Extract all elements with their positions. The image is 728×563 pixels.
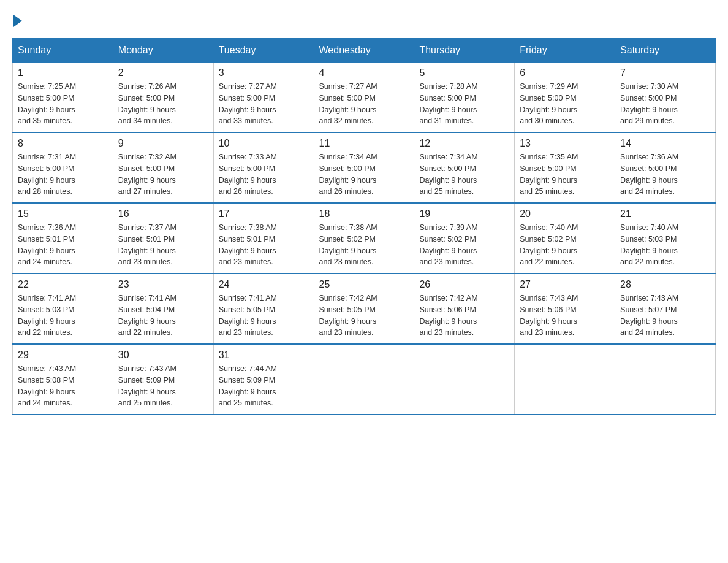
day-info: Sunrise: 7:41 AMSunset: 5:04 PMDaylight:… (118, 294, 176, 337)
day-number: 21 (620, 209, 710, 220)
day-info: Sunrise: 7:42 AMSunset: 5:05 PMDaylight:… (319, 294, 377, 337)
day-info: Sunrise: 7:43 AMSunset: 5:08 PMDaylight:… (18, 364, 76, 407)
calendar-header-row: SundayMondayTuesdayWednesdayThursdayFrid… (13, 39, 716, 63)
day-number: 17 (219, 209, 309, 220)
calendar-cell: 25 Sunrise: 7:42 AMSunset: 5:05 PMDaylig… (314, 274, 414, 344)
day-info: Sunrise: 7:32 AMSunset: 5:00 PMDaylight:… (118, 153, 176, 196)
day-info: Sunrise: 7:41 AMSunset: 5:05 PMDaylight:… (219, 294, 277, 337)
day-info: Sunrise: 7:43 AMSunset: 5:06 PMDaylight:… (520, 294, 578, 337)
calendar-cell: 5 Sunrise: 7:28 AMSunset: 5:00 PMDayligh… (414, 63, 515, 133)
calendar-cell: 1 Sunrise: 7:25 AMSunset: 5:00 PMDayligh… (13, 63, 113, 133)
calendar-cell: 3 Sunrise: 7:27 AMSunset: 5:00 PMDayligh… (213, 63, 314, 133)
column-header-friday: Friday (515, 39, 615, 63)
day-info: Sunrise: 7:30 AMSunset: 5:00 PMDaylight:… (620, 82, 678, 125)
calendar-cell: 27 Sunrise: 7:43 AMSunset: 5:06 PMDaylig… (515, 274, 615, 344)
calendar-cell: 9 Sunrise: 7:32 AMSunset: 5:00 PMDayligh… (113, 132, 213, 203)
day-info: Sunrise: 7:38 AMSunset: 5:02 PMDaylight:… (319, 223, 377, 266)
calendar-cell: 11 Sunrise: 7:34 AMSunset: 5:00 PMDaylig… (314, 132, 414, 203)
calendar-cell: 14 Sunrise: 7:36 AMSunset: 5:00 PMDaylig… (615, 132, 716, 203)
day-number: 22 (18, 279, 108, 290)
day-info: Sunrise: 7:35 AMSunset: 5:00 PMDaylight:… (520, 153, 578, 196)
calendar-cell: 28 Sunrise: 7:43 AMSunset: 5:07 PMDaylig… (615, 274, 716, 344)
day-info: Sunrise: 7:37 AMSunset: 5:01 PMDaylight:… (118, 223, 176, 266)
day-number: 24 (219, 279, 309, 290)
day-number: 7 (620, 67, 710, 79)
day-number: 30 (118, 350, 208, 361)
calendar-cell: 26 Sunrise: 7:42 AMSunset: 5:06 PMDaylig… (414, 274, 515, 344)
column-header-thursday: Thursday (414, 39, 515, 63)
day-number: 20 (520, 209, 610, 220)
calendar-cell: 19 Sunrise: 7:39 AMSunset: 5:02 PMDaylig… (414, 203, 515, 274)
day-number: 25 (319, 279, 409, 290)
calendar-cell: 21 Sunrise: 7:40 AMSunset: 5:03 PMDaylig… (615, 203, 716, 274)
day-number: 23 (118, 279, 208, 290)
day-number: 6 (520, 67, 610, 79)
calendar-cell (615, 344, 716, 415)
day-info: Sunrise: 7:33 AMSunset: 5:00 PMDaylight:… (219, 153, 277, 196)
day-number: 27 (520, 279, 610, 290)
day-number: 14 (620, 138, 710, 149)
column-header-saturday: Saturday (615, 39, 716, 63)
calendar-week-row: 1 Sunrise: 7:25 AMSunset: 5:00 PMDayligh… (13, 63, 716, 133)
page-header (12, 12, 716, 26)
calendar-week-row: 29 Sunrise: 7:43 AMSunset: 5:08 PMDaylig… (13, 344, 716, 415)
calendar-cell: 10 Sunrise: 7:33 AMSunset: 5:00 PMDaylig… (213, 132, 314, 203)
calendar-cell: 29 Sunrise: 7:43 AMSunset: 5:08 PMDaylig… (13, 344, 113, 415)
day-info: Sunrise: 7:42 AMSunset: 5:06 PMDaylight:… (419, 294, 477, 337)
day-info: Sunrise: 7:43 AMSunset: 5:07 PMDaylight:… (620, 294, 678, 337)
day-info: Sunrise: 7:44 AMSunset: 5:09 PMDaylight:… (219, 364, 277, 407)
day-number: 1 (18, 67, 108, 79)
calendar-cell: 4 Sunrise: 7:27 AMSunset: 5:00 PMDayligh… (314, 63, 414, 133)
day-info: Sunrise: 7:31 AMSunset: 5:00 PMDaylight:… (18, 153, 76, 196)
day-info: Sunrise: 7:40 AMSunset: 5:03 PMDaylight:… (620, 223, 678, 266)
day-number: 18 (319, 209, 409, 220)
calendar-cell: 13 Sunrise: 7:35 AMSunset: 5:00 PMDaylig… (515, 132, 615, 203)
day-number: 19 (419, 209, 509, 220)
day-number: 10 (219, 138, 309, 149)
calendar-cell: 22 Sunrise: 7:41 AMSunset: 5:03 PMDaylig… (13, 274, 113, 344)
calendar-cell: 17 Sunrise: 7:38 AMSunset: 5:01 PMDaylig… (213, 203, 314, 274)
calendar-cell: 7 Sunrise: 7:30 AMSunset: 5:00 PMDayligh… (615, 63, 716, 133)
calendar-table: SundayMondayTuesdayWednesdayThursdayFrid… (12, 38, 716, 415)
calendar-week-row: 22 Sunrise: 7:41 AMSunset: 5:03 PMDaylig… (13, 274, 716, 344)
calendar-cell: 30 Sunrise: 7:43 AMSunset: 5:09 PMDaylig… (113, 344, 213, 415)
day-info: Sunrise: 7:34 AMSunset: 5:00 PMDaylight:… (319, 153, 377, 196)
column-header-sunday: Sunday (13, 39, 113, 63)
day-info: Sunrise: 7:27 AMSunset: 5:00 PMDaylight:… (219, 82, 277, 125)
column-header-monday: Monday (113, 39, 213, 63)
day-info: Sunrise: 7:26 AMSunset: 5:00 PMDaylight:… (118, 82, 176, 125)
calendar-cell: 2 Sunrise: 7:26 AMSunset: 5:00 PMDayligh… (113, 63, 213, 133)
calendar-cell: 24 Sunrise: 7:41 AMSunset: 5:05 PMDaylig… (213, 274, 314, 344)
calendar-cell: 12 Sunrise: 7:34 AMSunset: 5:00 PMDaylig… (414, 132, 515, 203)
day-number: 12 (419, 138, 509, 149)
day-info: Sunrise: 7:40 AMSunset: 5:02 PMDaylight:… (520, 223, 578, 266)
day-info: Sunrise: 7:34 AMSunset: 5:00 PMDaylight:… (419, 153, 477, 196)
day-info: Sunrise: 7:38 AMSunset: 5:01 PMDaylight:… (219, 223, 277, 266)
day-number: 28 (620, 279, 710, 290)
day-number: 26 (419, 279, 509, 290)
day-info: Sunrise: 7:28 AMSunset: 5:00 PMDaylight:… (419, 82, 477, 125)
column-header-tuesday: Tuesday (213, 39, 314, 63)
calendar-cell: 23 Sunrise: 7:41 AMSunset: 5:04 PMDaylig… (113, 274, 213, 344)
calendar-cell: 16 Sunrise: 7:37 AMSunset: 5:01 PMDaylig… (113, 203, 213, 274)
day-info: Sunrise: 7:39 AMSunset: 5:02 PMDaylight:… (419, 223, 477, 266)
day-info: Sunrise: 7:25 AMSunset: 5:00 PMDaylight:… (18, 82, 76, 125)
column-header-wednesday: Wednesday (314, 39, 414, 63)
calendar-week-row: 15 Sunrise: 7:36 AMSunset: 5:01 PMDaylig… (13, 203, 716, 274)
day-number: 16 (118, 209, 208, 220)
calendar-cell: 15 Sunrise: 7:36 AMSunset: 5:01 PMDaylig… (13, 203, 113, 274)
calendar-cell: 18 Sunrise: 7:38 AMSunset: 5:02 PMDaylig… (314, 203, 414, 274)
day-info: Sunrise: 7:29 AMSunset: 5:00 PMDaylight:… (520, 82, 578, 125)
calendar-cell (414, 344, 515, 415)
day-number: 29 (18, 350, 108, 361)
day-number: 5 (419, 67, 509, 79)
calendar-body: 1 Sunrise: 7:25 AMSunset: 5:00 PMDayligh… (13, 63, 716, 415)
day-number: 13 (520, 138, 610, 149)
day-info: Sunrise: 7:41 AMSunset: 5:03 PMDaylight:… (18, 294, 76, 337)
day-number: 15 (18, 209, 108, 220)
calendar-cell: 20 Sunrise: 7:40 AMSunset: 5:02 PMDaylig… (515, 203, 615, 274)
day-info: Sunrise: 7:27 AMSunset: 5:00 PMDaylight:… (319, 82, 377, 125)
day-number: 8 (18, 138, 108, 149)
calendar-week-row: 8 Sunrise: 7:31 AMSunset: 5:00 PMDayligh… (13, 132, 716, 203)
logo-arrow-icon (13, 15, 22, 27)
